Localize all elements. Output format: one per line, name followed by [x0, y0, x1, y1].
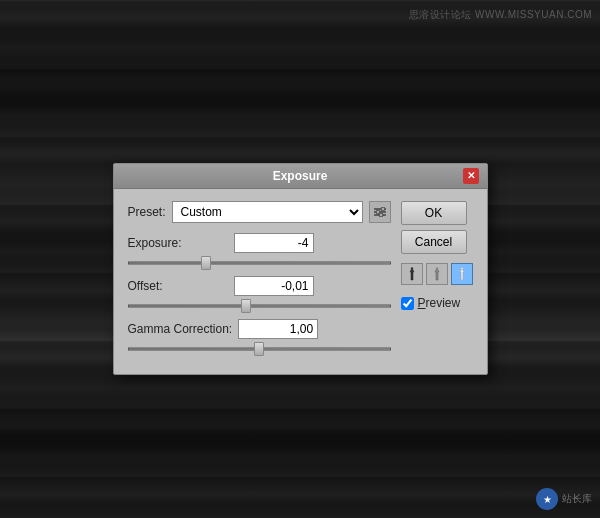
left-panel: Preset: Custom Default Darker -1.0 Light…	[128, 201, 401, 362]
eyedropper-row	[401, 263, 473, 285]
preset-menu-button[interactable]	[369, 201, 391, 223]
offset-field-top: Offset:	[128, 276, 391, 296]
cancel-button[interactable]: Cancel	[401, 230, 467, 254]
preset-label: Preset:	[128, 205, 166, 219]
offset-row: Offset:	[128, 276, 391, 313]
preset-select[interactable]: Custom Default Darker -1.0 Lighter +1.0	[172, 201, 363, 223]
gamma-input[interactable]	[238, 319, 318, 339]
exposure-row: Exposure:	[128, 233, 391, 270]
svg-point-6	[410, 267, 412, 269]
preview-checkbox[interactable]	[401, 297, 414, 310]
dialog-overlay: Exposure ✕ Preset: Custom Default Darker…	[0, 0, 600, 518]
black-point-eyedropper[interactable]	[401, 263, 423, 285]
exposure-slider[interactable]	[128, 256, 391, 270]
offset-thumb[interactable]	[241, 299, 251, 313]
exposure-label: Exposure:	[128, 236, 228, 250]
exposure-track	[128, 262, 391, 265]
white-point-eyedropper[interactable]	[451, 263, 473, 285]
gamma-field-top: Gamma Correction:	[128, 319, 391, 339]
preview-label[interactable]: Preview	[418, 296, 461, 310]
exposure-dialog: Exposure ✕ Preset: Custom Default Darker…	[113, 163, 488, 375]
gamma-thumb[interactable]	[254, 342, 264, 356]
offset-track	[128, 305, 391, 308]
exposure-input[interactable]	[234, 233, 314, 253]
preset-row: Preset: Custom Default Darker -1.0 Light…	[128, 201, 391, 223]
dialog-content: Preset: Custom Default Darker -1.0 Light…	[114, 189, 487, 374]
offset-slider[interactable]	[128, 299, 391, 313]
svg-point-8	[460, 267, 462, 269]
offset-input[interactable]	[234, 276, 314, 296]
gray-point-eyedropper[interactable]	[426, 263, 448, 285]
preview-row: Preview	[401, 296, 473, 310]
svg-point-3	[381, 207, 385, 211]
dialog-titlebar: Exposure ✕	[114, 164, 487, 189]
gamma-slider[interactable]	[128, 342, 391, 356]
right-panel: OK Cancel	[401, 201, 473, 362]
svg-point-5	[379, 213, 383, 217]
close-button[interactable]: ✕	[463, 168, 479, 184]
ok-button[interactable]: OK	[401, 201, 467, 225]
offset-label: Offset:	[128, 279, 228, 293]
svg-point-7	[435, 267, 437, 269]
exposure-field-top: Exposure:	[128, 233, 391, 253]
gamma-label: Gamma Correction:	[128, 322, 233, 336]
gamma-row: Gamma Correction:	[128, 319, 391, 356]
dialog-title: Exposure	[138, 169, 463, 183]
exposure-thumb[interactable]	[201, 256, 211, 270]
